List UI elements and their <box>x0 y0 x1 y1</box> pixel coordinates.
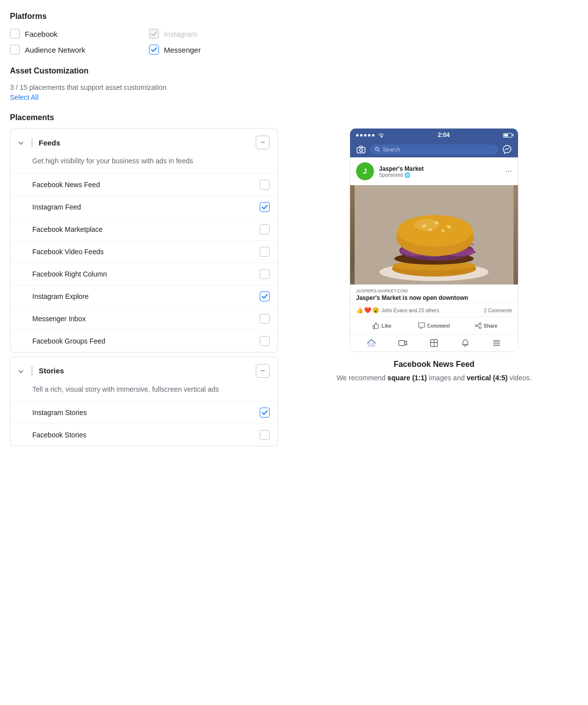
bottom-nav-video[interactable] <box>387 339 419 348</box>
stories-collapse-button[interactable]: − <box>256 364 270 378</box>
svg-point-20 <box>479 327 481 329</box>
facebook-news-feed-checkbox[interactable] <box>260 180 270 190</box>
bottom-nav-notifications[interactable] <box>449 339 481 348</box>
feeds-description: Get high visibility for your business wi… <box>10 156 278 173</box>
instagram-label: Instagram <box>164 30 197 38</box>
facebook-stories-label: Facebook Stories <box>32 431 86 439</box>
facebook-marketplace-checkbox[interactable] <box>260 224 270 234</box>
signal-dot-2 <box>360 134 363 137</box>
messenger-inbox-checkbox[interactable] <box>260 314 270 324</box>
post-actions: Like Comment <box>350 317 518 335</box>
feeds-chevron-icon[interactable] <box>18 139 26 146</box>
audience-network-checkbox[interactable] <box>10 45 20 55</box>
post-cta-text: Jasper's Market is now open downtown <box>356 294 512 301</box>
bottom-nav-marketplace[interactable] <box>419 339 450 348</box>
feeds-separator <box>31 138 33 147</box>
platforms-title: Platforms <box>10 12 578 21</box>
asset-customization-title: Asset Customization <box>10 67 578 75</box>
bell-nav-icon <box>461 339 469 348</box>
right-panel: 2:04 <box>290 128 578 383</box>
menu-nav-icon <box>493 340 501 347</box>
instagram-explore-label: Instagram Explore <box>32 292 89 300</box>
phone-signal-dots <box>356 133 384 138</box>
placement-item-facebook-marketplace: Facebook Marketplace <box>10 218 278 240</box>
post-avatar-letter: J <box>363 167 367 175</box>
facebook-right-column-checkbox[interactable] <box>260 269 270 279</box>
instagram-checkbox[interactable] <box>149 29 159 39</box>
post-image <box>350 185 518 284</box>
post-url: JASPERS-MARKET.COM <box>356 288 512 293</box>
share-action-button[interactable]: Share <box>460 319 512 332</box>
placements-section: Placements Feeds − Get hi <box>10 113 578 450</box>
platform-item-facebook: Facebook <box>10 29 129 39</box>
wow-emoji: 😮 <box>372 307 379 314</box>
post-more-icon[interactable]: ··· <box>506 167 512 176</box>
facebook-groups-feed-checkbox[interactable] <box>260 336 270 346</box>
facebook-stories-checkbox[interactable] <box>260 430 270 440</box>
share-label: Share <box>484 323 498 329</box>
placement-item-facebook-stories: Facebook Stories <box>10 423 278 446</box>
post-sponsored: Sponsored 🌐 <box>379 172 501 178</box>
platform-item-instagram: Instagram <box>149 29 268 39</box>
post-meta: Jasper's Market Sponsored 🌐 <box>379 165 501 178</box>
heart-emoji: ❤️ <box>364 307 371 314</box>
asset-customization-section: Asset Customization 3 / 15 placements th… <box>10 67 578 101</box>
like-action-button[interactable]: Like <box>356 319 408 332</box>
placement-item-facebook-news-feed: Facebook News Feed <box>10 173 278 196</box>
svg-rect-28 <box>493 343 500 344</box>
phone-search-text: Search <box>383 146 400 152</box>
facebook-video-feeds-checkbox[interactable] <box>260 247 270 257</box>
platform-item-audience-network: Audience Network <box>10 45 129 55</box>
facebook-groups-feed-label: Facebook Groups Feed <box>32 337 105 345</box>
facebook-video-feeds-label: Facebook Video Feeds <box>32 248 104 256</box>
phone-battery-icon <box>503 133 512 138</box>
feeds-title: Feeds <box>39 139 256 147</box>
messenger-checkbox[interactable] <box>149 45 159 55</box>
main-layout: Feeds − Get high visibility for your bus… <box>10 128 578 450</box>
comment-label: Comment <box>427 323 450 329</box>
post-header: J Jasper's Market Sponsored 🌐 ··· <box>350 157 518 185</box>
placement-item-instagram-stories: Instagram Stories <box>10 401 278 423</box>
bottom-nav-home[interactable] <box>356 339 387 348</box>
placement-item-instagram-feed: Instagram Feed <box>10 196 278 218</box>
preview-title: Facebook News Feed <box>300 360 568 369</box>
svg-point-1 <box>360 149 363 152</box>
instagram-feed-checkbox[interactable] <box>260 202 270 212</box>
instagram-feed-label: Instagram Feed <box>32 203 81 211</box>
svg-rect-2 <box>360 146 363 147</box>
audience-network-label: Audience Network <box>25 46 85 54</box>
post-business-name: Jasper's Market <box>379 165 501 172</box>
phone-status-bar: 2:04 <box>350 129 518 141</box>
facebook-checkbox[interactable] <box>10 29 20 39</box>
reactions-text: John Evans and 23 others <box>381 308 439 313</box>
select-all-link[interactable]: Select All <box>10 93 39 101</box>
reaction-emojis: 👍 ❤️ 😮 <box>356 307 379 314</box>
facebook-right-column-label: Facebook Right Column <box>32 270 107 278</box>
phone-time: 2:04 <box>438 132 449 139</box>
like-emoji: 👍 <box>356 307 364 314</box>
platforms-section: Platforms Facebook Instagram Audience Ne… <box>10 12 578 55</box>
phone-bottom-nav <box>350 335 518 352</box>
preview-description: We recommend square (1:1) images and ver… <box>300 373 568 383</box>
instagram-stories-label: Instagram Stories <box>32 409 87 417</box>
instagram-stories-checkbox[interactable] <box>260 408 270 418</box>
stories-chevron-icon[interactable] <box>18 367 26 375</box>
placement-item-facebook-video-feeds: Facebook Video Feeds <box>10 240 278 263</box>
sponsored-label: Sponsored <box>379 172 403 178</box>
feeds-collapse-button[interactable]: − <box>256 136 270 149</box>
svg-rect-23 <box>399 341 405 346</box>
stories-title: Stories <box>39 366 256 375</box>
stories-group: Stories − Tell a rich, visual story with… <box>10 356 278 447</box>
bottom-nav-menu[interactable] <box>481 339 512 348</box>
comment-action-button[interactable]: Comment <box>408 319 460 332</box>
preview-info: Facebook News Feed We recommend square (… <box>290 360 578 383</box>
phone-search-bar[interactable]: Search <box>370 144 498 154</box>
signal-dot-1 <box>356 134 359 137</box>
messenger-label: Messenger <box>164 46 201 54</box>
instagram-explore-checkbox[interactable] <box>260 291 270 301</box>
svg-point-11 <box>397 215 473 247</box>
share-action-icon <box>475 322 482 329</box>
battery-fill <box>504 134 508 137</box>
svg-point-21 <box>475 325 477 327</box>
home-nav-icon <box>367 339 376 347</box>
